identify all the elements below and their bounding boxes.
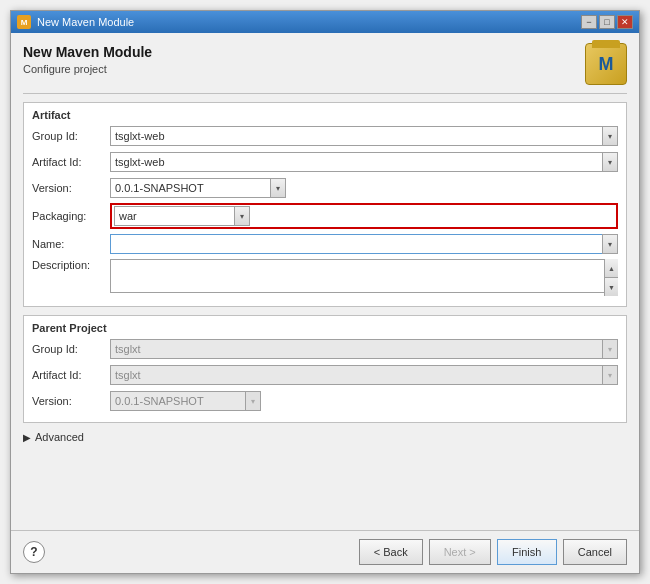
group-id-dropdown-btn[interactable]: ▾ (602, 126, 618, 146)
artifact-id-combo: ▾ (110, 152, 618, 172)
name-label: Name: (32, 238, 110, 250)
parent-artifact-id-dropdown-btn: ▾ (602, 365, 618, 385)
group-id-label: Group Id: (32, 130, 110, 142)
finish-button[interactable]: Finish (497, 539, 557, 565)
parent-version-dropdown-btn: ▾ (245, 391, 261, 411)
back-button[interactable]: < Back (359, 539, 423, 565)
parent-group-id-combo: ▾ (110, 339, 618, 359)
maven-logo: M (585, 43, 627, 85)
title-bar-buttons: − □ ✕ (581, 15, 633, 29)
parent-group-id-dropdown-btn: ▾ (602, 339, 618, 359)
name-input[interactable] (110, 234, 602, 254)
description-label: Description: (32, 259, 110, 271)
form-area: Artifact Group Id: ▾ Artifact Id: ▾ (23, 102, 627, 522)
version-label: Version: (32, 182, 110, 194)
parent-group-id-label: Group Id: (32, 343, 110, 355)
description-input[interactable] (110, 259, 618, 293)
name-row: Name: ▾ (32, 233, 618, 255)
name-combo: ▾ (110, 234, 618, 254)
title-bar-icon: M (17, 15, 31, 29)
artifact-id-dropdown-btn[interactable]: ▾ (602, 152, 618, 172)
header-text: New Maven Module Configure project (23, 43, 152, 75)
artifact-section-label: Artifact (32, 109, 618, 121)
title-bar: M New Maven Module − □ ✕ (11, 11, 639, 33)
minimize-button[interactable]: − (581, 15, 597, 29)
packaging-label: Packaging: (32, 210, 110, 222)
advanced-section[interactable]: ▶ Advanced (23, 431, 627, 443)
description-wrapper: ▲ ▼ (110, 259, 618, 296)
name-dropdown-btn[interactable]: ▾ (602, 234, 618, 254)
version-dropdown-btn[interactable]: ▾ (270, 178, 286, 198)
parent-group-id-row: Group Id: ▾ (32, 338, 618, 360)
header-title: New Maven Module (23, 43, 152, 63)
artifact-id-label: Artifact Id: (32, 156, 110, 168)
parent-version-input (110, 391, 245, 411)
artifact-id-row: Artifact Id: ▾ (32, 151, 618, 173)
group-id-row: Group Id: ▾ (32, 125, 618, 147)
maximize-button[interactable]: □ (599, 15, 615, 29)
group-id-combo: ▾ (110, 126, 618, 146)
header-subtitle: Configure project (23, 63, 152, 75)
parent-artifact-id-row: Artifact Id: ▾ (32, 364, 618, 386)
packaging-combo: ▾ (114, 206, 274, 226)
parent-version-label: Version: (32, 395, 110, 407)
close-button[interactable]: ✕ (617, 15, 633, 29)
version-input[interactable] (110, 178, 270, 198)
group-id-input[interactable] (110, 126, 602, 146)
scroll-up-btn[interactable]: ▲ (605, 259, 618, 278)
footer-buttons: < Back Next > Finish Cancel (359, 539, 627, 565)
packaging-dropdown-btn[interactable]: ▾ (234, 206, 250, 226)
parent-section: Parent Project Group Id: ▾ Artifact Id: … (23, 315, 627, 423)
parent-version-combo: ▾ (110, 391, 285, 411)
description-scrollbar: ▲ ▼ (604, 259, 618, 296)
parent-version-row: Version: ▾ (32, 390, 618, 412)
packaging-row: Packaging: ▾ (32, 203, 618, 229)
artifact-id-input[interactable] (110, 152, 602, 172)
advanced-label: Advanced (35, 431, 84, 443)
artifact-section: Artifact Group Id: ▾ Artifact Id: ▾ (23, 102, 627, 307)
help-button[interactable]: ? (23, 541, 45, 563)
version-row: Version: ▾ (32, 177, 618, 199)
advanced-arrow-icon: ▶ (23, 432, 31, 443)
parent-artifact-id-label: Artifact Id: (32, 369, 110, 381)
title-bar-text: New Maven Module (37, 16, 581, 28)
dialog-footer: ? < Back Next > Finish Cancel (11, 530, 639, 573)
footer-left: ? (23, 541, 45, 563)
parent-artifact-id-input (110, 365, 602, 385)
cancel-button[interactable]: Cancel (563, 539, 627, 565)
packaging-input[interactable] (114, 206, 234, 226)
parent-group-id-input (110, 339, 602, 359)
description-row: Description: ▲ ▼ (32, 259, 618, 296)
dialog-window: M New Maven Module − □ ✕ New Maven Modul… (10, 10, 640, 574)
scroll-down-btn[interactable]: ▼ (605, 278, 618, 296)
packaging-highlight: ▾ (110, 203, 618, 229)
dialog-content: New Maven Module Configure project M Art… (11, 33, 639, 530)
next-button[interactable]: Next > (429, 539, 491, 565)
parent-artifact-id-combo: ▾ (110, 365, 618, 385)
version-combo: ▾ (110, 178, 618, 198)
dialog-header: New Maven Module Configure project M (23, 43, 627, 94)
parent-section-label: Parent Project (32, 322, 618, 334)
